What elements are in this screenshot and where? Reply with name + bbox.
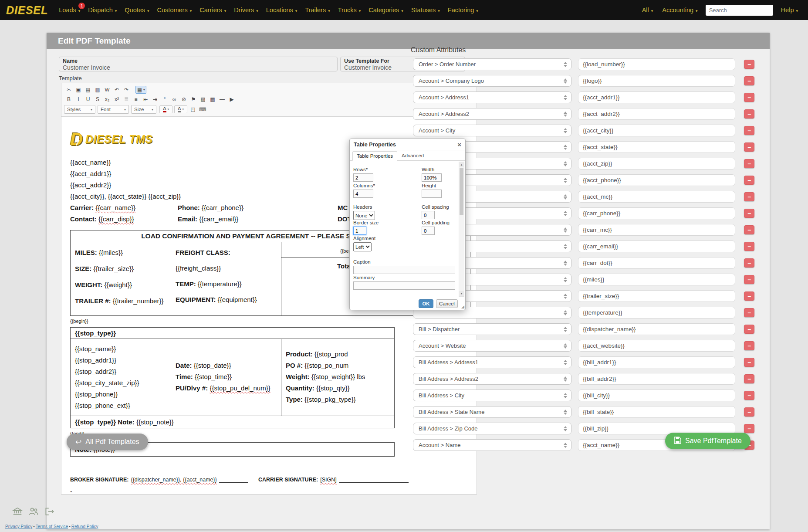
nav-menu-item[interactable]: All [638,4,657,16]
attribute-value-input[interactable] [578,406,735,418]
styles-dropdown[interactable]: Styles [64,105,95,114]
editor-toolbar-button[interactable]: ▥ [93,86,102,94]
editor-toolbar-button[interactable]: ― [218,95,227,104]
height-input[interactable] [422,190,442,198]
attribute-value-input[interactable] [578,224,735,236]
maximize-button[interactable]: ◰ [189,105,197,113]
logout-icon-button[interactable] [44,507,55,516]
editor-toolbar-button[interactable]: ↶ [112,86,121,94]
nav-menu-item[interactable]: Trucks [334,4,365,16]
cancel-button[interactable]: Cancel [436,299,458,308]
dialog-scrollbar[interactable] [459,162,464,297]
editor-toolbar-button[interactable]: ▣ [74,86,83,94]
remove-attribute-button[interactable] [744,209,754,218]
scroll-down-button[interactable] [459,291,464,296]
tab-table-properties[interactable]: Table Properties [352,151,397,161]
attribute-value-input[interactable] [578,125,735,136]
cell-spacing-input[interactable] [422,211,435,219]
attribute-value-input[interactable] [578,158,735,169]
attribute-value-input[interactable] [578,174,735,186]
nav-menu-item[interactable]: Statuses [407,4,444,16]
editor-toolbar-button[interactable]: ▤ [84,86,92,94]
cell-padding-input[interactable] [422,227,435,235]
attribute-value-input[interactable] [578,323,735,335]
headers-select[interactable]: None [353,211,375,220]
attribute-value-input[interactable] [578,390,735,401]
users-icon-button[interactable] [28,507,39,516]
remove-attribute-button[interactable] [744,93,754,102]
remove-attribute-button[interactable] [744,242,754,251]
nav-menu-item[interactable]: Locations [262,4,301,16]
diesel-logo[interactable]: DIESEL [6,4,48,17]
dialog-title-bar[interactable]: Table Properties × [350,139,465,150]
background-color-button[interactable]: A [174,105,187,113]
attribute-value-input[interactable] [578,356,735,368]
summary-input[interactable] [353,281,455,290]
remove-attribute-button[interactable] [744,308,754,317]
nav-menu-item[interactable]: Factoring [444,4,482,16]
editor-toolbar-button[interactable]: ⇥ [151,95,159,104]
editor-toolbar-button[interactable]: ✂ [64,86,73,94]
use-template-for-field[interactable]: Use Template For Customer Invoice [340,57,465,71]
nav-menu-item[interactable]: Accounting [658,4,701,16]
attribute-select[interactable]: Account > City [413,125,571,136]
attribute-select[interactable]: Account > Address1 [413,91,571,103]
attribute-value-input[interactable] [578,191,735,203]
global-search-input[interactable] [706,5,773,16]
attribute-value-input[interactable] [578,207,735,219]
attribute-value-input[interactable] [578,75,735,87]
font-dropdown[interactable]: Font [98,105,129,114]
border-size-input[interactable] [353,227,366,235]
editor-toolbar-button[interactable]: ▨ [199,95,207,104]
attribute-select[interactable]: Bill Address > State Name [413,406,571,418]
editor-toolbar-button[interactable]: x² [112,95,121,104]
attribute-select[interactable]: Account > Website [413,340,571,352]
nav-menu-item[interactable]: Drivers [230,4,262,16]
remove-attribute-button[interactable] [744,192,754,201]
remove-attribute-button[interactable] [744,176,754,185]
attribute-value-input[interactable] [578,108,735,120]
bank-icon-button[interactable] [12,507,23,516]
editor-toolbar-button[interactable]: x₂ [103,95,112,104]
table-templates-button[interactable]: ▦ [135,86,146,94]
nav-menu-item[interactable]: Quotes [121,4,153,16]
remove-attribute-button[interactable] [744,225,754,234]
template-name-field[interactable]: Name Customer Invoice [59,57,338,71]
remove-attribute-button[interactable] [744,391,754,400]
editor-toolbar-button[interactable]: ≣ [122,95,131,104]
width-input[interactable] [422,173,442,182]
footer-link[interactable]: Refund Policy [68,524,98,529]
save-pdf-template-button[interactable]: Save PdfTemplate [665,433,751,449]
rows-input[interactable] [353,173,373,182]
nav-menu-item[interactable]: Carriers [196,4,230,16]
nav-menu-item[interactable]: Trailers [301,4,334,16]
editor-toolbar-button[interactable]: ▦ [208,95,217,104]
remove-attribute-button[interactable] [744,291,754,301]
attribute-value-input[interactable] [578,307,735,319]
text-color-button[interactable]: A [159,105,172,113]
nav-menu-item[interactable]: Customers [153,4,196,16]
attribute-value-input[interactable] [578,91,735,103]
editor-toolbar-button[interactable]: ∞ [170,95,179,104]
scroll-up-button[interactable] [459,162,464,167]
editor-toolbar-button[interactable]: U [84,95,92,104]
remove-attribute-button[interactable] [744,60,754,69]
remove-attribute-button[interactable] [744,258,754,268]
scroll-thumb[interactable] [460,168,463,215]
editor-toolbar-button[interactable]: I [74,95,83,104]
columns-input[interactable] [353,190,373,198]
editor-toolbar-button[interactable]: B [64,95,73,104]
remove-attribute-button[interactable] [744,159,754,168]
attribute-select[interactable]: Bill > Dispatcher [413,323,571,335]
dialog-close-button[interactable]: × [457,141,461,148]
ok-button[interactable]: OK [419,299,433,308]
attribute-value-input[interactable] [578,290,735,302]
nav-menu-item[interactable]: Categories [365,4,407,16]
editor-toolbar-button[interactable]: S [93,95,102,104]
attribute-select[interactable]: Account > Name [413,439,571,451]
attribute-value-input[interactable] [578,373,735,385]
editor-toolbar-button[interactable]: “ [160,95,169,104]
editor-toolbar-button[interactable]: ⇤ [141,95,150,104]
attribute-value-input[interactable] [578,141,735,153]
remove-attribute-button[interactable] [744,109,754,119]
